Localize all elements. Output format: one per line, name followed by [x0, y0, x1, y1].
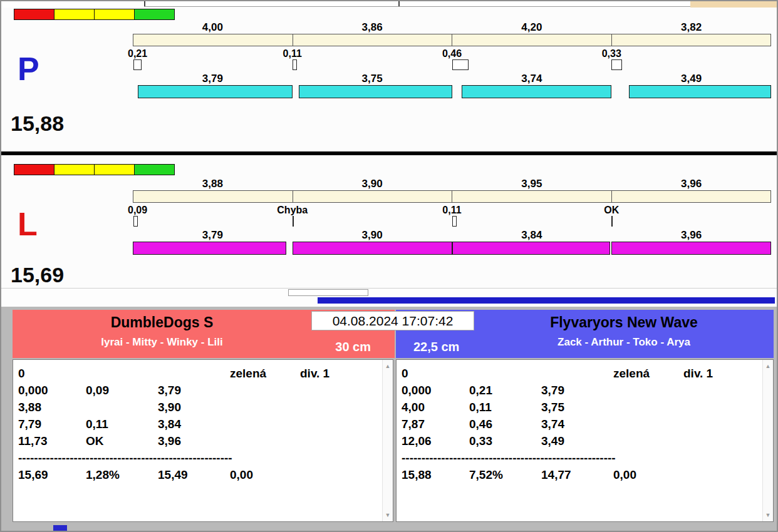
segment-time: 3,82 [611, 21, 771, 34]
scrollbar[interactable]: ▲ ▼ [382, 360, 393, 521]
split-time-bar [462, 85, 611, 98]
box-time-marker [611, 59, 622, 70]
result-cell [683, 432, 757, 449]
bar-slot [133, 85, 293, 98]
app-window: P 4,00 3,86 4,20 3,82 0,21 0,11 0,46 0,3… [0, 0, 778, 532]
lane-letter: P [18, 53, 39, 85]
result-cell [300, 382, 376, 399]
light-yellow-icon [54, 9, 95, 19]
result-panels: 0zelenádiv. 10,0000,093,793,883,907,790,… [1, 359, 777, 522]
checkpoint-markers [133, 59, 771, 71]
result-cell [230, 432, 300, 449]
progress-track [288, 289, 368, 296]
separator-row: ----------------------------------------… [402, 449, 757, 466]
scroll-up-icon[interactable]: ▲ [383, 362, 393, 371]
checkpoint-label: 0,11 [442, 205, 461, 216]
result-row: 3,883,90 [18, 399, 376, 416]
segment-time: 4,20 [452, 21, 612, 34]
result-cell: 3,96 [158, 432, 230, 449]
background-windows-strip [1, 1, 777, 8]
scroll-down-icon[interactable]: ▼ [763, 511, 773, 519]
result-row: 12,060,333,49 [402, 432, 757, 449]
light-yellow-icon [95, 165, 135, 175]
result-cell [683, 382, 757, 399]
split-bars-row [133, 242, 771, 255]
result-panel-right[interactable]: 0zelenádiv. 10,0000,213,794,000,113,757,… [396, 359, 774, 522]
datetime-display: 04.08.2024 17:07:42 [311, 311, 474, 330]
results-section: DumbleDogs S lyrai - Mitty - Winky - Lil… [1, 307, 777, 531]
split-time: 3,96 [611, 229, 771, 242]
result-row: 0zelenádiv. 1 [18, 365, 376, 382]
background-window-corner [690, 1, 777, 8]
result-cell: 15,49 [158, 466, 230, 483]
bar-slot [452, 242, 612, 255]
jump-height: 30 cm [335, 340, 371, 354]
result-cell: 0,11 [86, 416, 158, 432]
segment-time: 3,86 [293, 21, 452, 34]
progress-bar [318, 297, 775, 304]
checkpoint-label: 0,09 [128, 205, 147, 216]
result-cell: 3,75 [541, 399, 613, 416]
summary-row: 15,887,52%14,770,00 [402, 466, 757, 483]
result-cell: 3,74 [541, 416, 613, 432]
result-cell: 0,000 [402, 382, 469, 399]
result-cell: div. 1 [683, 365, 757, 382]
result-cell [683, 399, 757, 416]
scroll-down-icon[interactable]: ▼ [383, 511, 393, 519]
checkpoint-label: 0,21 [128, 48, 147, 59]
segment-times-row: 4,00 3,86 4,20 3,82 [133, 21, 771, 34]
checkpoint-label: 0,46 [442, 48, 462, 59]
lane-track: 4,00 3,86 4,20 3,82 0,21 0,11 0,46 0,33 [133, 8, 771, 151]
segment-cell [452, 191, 612, 202]
result-cell: 0,33 [469, 432, 541, 449]
background-window-edge [144, 6, 694, 7]
result-cell: 3,84 [158, 416, 230, 432]
segment-time: 3,88 [133, 178, 293, 190]
result-cell: 4,00 [402, 399, 469, 416]
result-cell: 0,21 [469, 382, 541, 399]
progress-area [1, 288, 777, 307]
scroll-up-icon[interactable]: ▲ [763, 362, 773, 371]
result-cell: 0,00 [230, 466, 300, 483]
result-cell: 0,11 [469, 399, 541, 416]
result-cell: 3,90 [158, 399, 230, 416]
jump-height: 22,5 cm [413, 340, 459, 354]
scrollbar[interactable]: ▲ ▼ [762, 360, 773, 521]
result-cell [300, 466, 376, 483]
result-row: 0,0000,213,79 [402, 382, 757, 399]
bar-slot [133, 242, 293, 255]
result-panel-left[interactable]: 0zelenádiv. 10,0000,093,793,883,907,790,… [13, 359, 393, 522]
separator-row: ----------------------------------------… [18, 449, 376, 466]
lane-panel-left: L 3,88 3,90 3,95 3,96 0,09 Chyba 0,11 OK [1, 155, 777, 288]
split-time: 3,49 [611, 73, 771, 85]
segment-time: 3,95 [452, 178, 612, 190]
result-cell [469, 365, 541, 382]
result-cell [230, 399, 300, 416]
result-rows: 0zelenádiv. 10,0000,093,793,883,907,790,… [18, 365, 376, 483]
checkpoint-tick-marker [293, 216, 294, 227]
segment-cell [612, 191, 771, 202]
result-cell: 3,79 [158, 382, 230, 399]
result-row: 0zelenádiv. 1 [402, 365, 757, 382]
segment-cell [612, 34, 771, 46]
result-cell [300, 399, 376, 416]
result-cell: 1,28% [86, 466, 158, 483]
team-name: DumbleDogs S [13, 314, 311, 331]
team-dogs: Zack - Arthur - Toko - Arya [474, 336, 774, 349]
result-cell: zelená [230, 365, 300, 382]
summary-row: 15,691,28%15,490,00 [18, 466, 376, 483]
segment-time: 3,96 [611, 178, 771, 190]
lane-panel-right: P 4,00 3,86 4,20 3,82 0,21 0,11 0,46 0,3… [1, 8, 777, 151]
result-row: 4,000,113,75 [402, 399, 757, 416]
lane-total-time: 15,88 [11, 111, 64, 136]
split-times-row: 3,79 3,75 3,74 3,49 [133, 73, 771, 85]
segment-time: 3,90 [293, 178, 452, 190]
checkpoint-label: 0,33 [602, 48, 621, 59]
checkpoint-labels: 0,09 Chyba 0,11 OK [133, 205, 771, 215]
split-time: 3,84 [452, 229, 612, 242]
split-time-bar [452, 242, 610, 255]
light-yellow-icon [54, 165, 95, 175]
team-dogs: lyrai - Mitty - Winky - Lili [13, 336, 311, 349]
result-cell: 7,52% [469, 466, 541, 483]
split-time-bar [138, 85, 293, 98]
